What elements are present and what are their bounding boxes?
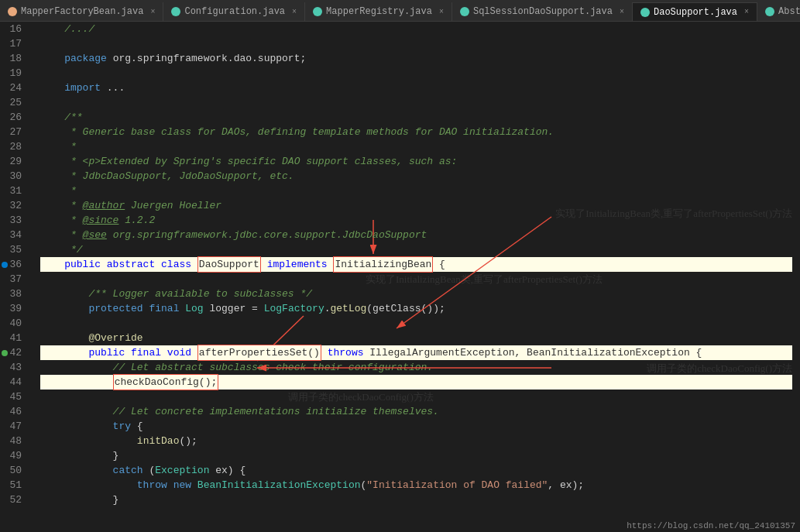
tab-close-mapperfactorybean[interactable]: × [150,8,155,16]
status-url: https://blog.csdn.net/qq_24101357 [627,521,795,530]
ln-16: 16 [3,22,22,36]
tab-sqlsessiondaosupport[interactable]: SqlSessionDaoSupport.java × [452,2,633,21]
ln-52: 52 [3,493,22,507]
tab-mapperregistry[interactable]: MapperRegistry.java × [305,2,452,21]
code-line-17 [40,36,792,51]
tab-configuration[interactable]: Configuration.java × [163,2,305,21]
ln-28: 28 [3,139,22,154]
tab-mapperfactorybean[interactable]: MapperFactoryBean.java × [0,2,163,21]
tab-icon-mapperregistry [313,7,322,16]
ln-36: 36 [3,257,22,272]
code-line-46: // Let concrete implementations initiali… [40,404,792,419]
ln-41: 41 [3,331,22,345]
code-line-42: public final void afterPropertiesSet() t… [40,345,792,360]
code-line-39: protected final Log logger = LogFactory.… [40,301,792,316]
code-line-31: * [40,184,792,198]
code-line-16: /.../ [40,22,792,36]
code-line-30: * JdbcDaoSupport, JdoDaoSupport, etc. [40,169,792,184]
code-line-35: */ [40,242,792,257]
tab-close-configuration[interactable]: × [292,8,297,16]
tab-close-mapperregistry[interactable]: × [439,8,444,16]
code-line-27: * Generic base class for DAOs, defining … [40,125,792,139]
ln-30: 30 [3,169,22,184]
code-line-36: public abstract class DaoSupport impleme… [40,257,792,272]
tab-icon-mapperfactorybean [8,7,17,16]
ln-49: 49 [3,448,22,463]
ln-51: 51 [3,478,22,493]
ln-35: 35 [3,242,22,257]
code-line-18: package org.springframework.dao.support; [40,51,792,66]
ln-24: 24 [3,81,22,95]
tab-abstractautowire[interactable]: AbstractAutowireCapable... × [757,2,800,21]
code-line-26: /** [40,110,792,125]
ln-19: 19 [3,66,22,81]
tab-icon-abstractautowire [765,7,774,16]
method-afterpropertiesset: afterPropertiesSet() [197,345,321,361]
ln-27: 27 [3,125,22,139]
tab-bar: MapperFactoryBean.java × Configuration.j… [0,0,800,22]
code-content[interactable]: /.../ package org.springframework.dao.su… [40,22,800,532]
tab-icon-daosupport [640,8,650,17]
ln-34: 34 [3,228,22,242]
code-line-43: // Let abstract subclasses check their c… [40,360,792,375]
tab-icon-sqlsessiondaosupport [460,7,469,16]
ln-42: 42 [3,345,22,360]
ln-17: 17 [3,36,22,51]
ln-50: 50 [3,463,22,478]
annotation-label-2: 调用子类的checkDaoConfig()方法 [288,390,434,404]
code-line-28: * [40,139,792,154]
gutter [28,22,40,532]
method-checkdaoconfig: checkDaoConfig(); [113,374,219,390]
ln-48: 48 [3,434,22,448]
ln-40: 40 [3,316,22,331]
ln-18: 18 [3,51,22,66]
ln-26: 26 [3,110,22,125]
ln-25: 25 [3,95,22,110]
classname-daosupport: DaoSupport [197,256,261,273]
code-line-29: * <p>Extended by Spring's specific DAO s… [40,154,792,169]
ln-31: 31 [3,184,22,198]
ln-43: 43 [3,360,22,375]
code-line-38: /** Logger available to subclasses */ [40,287,792,301]
code-container: 16 17 18 19 24 25 26 27 28 29 30 31 32 3… [0,22,800,532]
code-line-52: } [40,493,792,507]
ln-37: 37 [3,272,22,287]
code-line-47: try { [40,419,792,434]
code-line-25 [40,95,792,110]
tab-icon-configuration [171,7,180,16]
annotation-label-1: 实现了InitializingBean类,重写了afterPropertiesS… [366,272,603,287]
tab-daosupport[interactable]: DaoSupport.java × [633,2,757,21]
ln-44: 44 [3,375,22,390]
code-line-19 [40,66,792,81]
ln-29: 29 [3,154,22,169]
tab-close-daosupport[interactable]: × [744,8,749,16]
ln-33: 33 [3,213,22,228]
code-line-51: throw new BeanInitializationException("I… [40,478,792,493]
code-line-24: import ... [40,81,792,95]
code-line-49: } [40,448,792,463]
code-line-32: * @author Juergen Hoeller [40,198,792,213]
code-line-41: @Override [40,331,792,345]
interface-initializingbean: InitializingBean [333,256,433,273]
tab-close-sqlsessiondaosupport[interactable]: × [620,8,624,16]
code-line-40 [40,316,792,331]
ln-39: 39 [3,301,22,316]
code-line-50: catch (Exception ex) { [40,463,792,478]
code-line-48: initDao(); [40,434,792,448]
ln-47: 47 [3,419,22,434]
status-bar: https://blog.csdn.net/qq_24101357 [622,520,800,532]
ln-38: 38 [3,287,22,301]
ln-32: 32 [3,198,22,213]
code-line-33: * @since 1.2.2 [40,213,792,228]
code-line-34: * @see org.springframework.jdbc.core.sup… [40,228,792,242]
line-numbers: 16 17 18 19 24 25 26 27 28 29 30 31 32 3… [0,22,28,532]
ln-45: 45 [3,390,22,404]
code-line-44: checkDaoConfig(); [40,375,792,390]
ln-46: 46 [3,404,22,419]
